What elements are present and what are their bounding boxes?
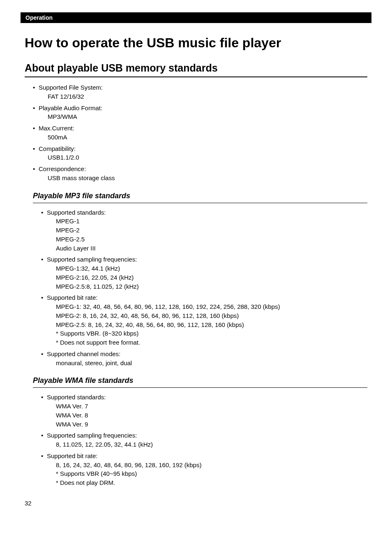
list-item-value: WMA Ver. 9 xyxy=(56,420,367,429)
list-item-label: Compatibility: xyxy=(39,144,367,153)
list-item-values: USB mass storage class xyxy=(39,174,367,183)
mp3-standards-list: Supported standards:MPEG-1MPEG-2MPEG-2.5… xyxy=(25,208,367,368)
list-item: Supported File System:FAT 12/16/32 xyxy=(33,83,367,101)
list-item-label: Max.Current: xyxy=(39,124,367,133)
list-item-label: Supported sampling frequencies: xyxy=(47,431,367,440)
list-item-value: FAT 12/16/32 xyxy=(48,92,367,101)
list-item: Compatibility:USB1.1/2.0 xyxy=(33,144,367,162)
list-item-values: 8, 11.025, 12, 22.05, 32, 44.1 (kHz) xyxy=(47,440,367,449)
list-item-values: 8, 16, 24, 32, 40, 48, 64, 80, 96, 128, … xyxy=(47,461,367,487)
list-item-value: MPEG-2:16, 22.05, 24 (kHz) xyxy=(56,273,367,282)
list-item-value: 8, 16, 24, 32, 40, 48, 64, 80, 96, 128, … xyxy=(56,461,367,470)
list-item: Supported sampling frequencies:8, 11.025… xyxy=(41,431,367,449)
list-item-values: 500mA xyxy=(39,133,367,142)
list-item-value: * Supports VBR (40~95 kbps) xyxy=(56,469,367,478)
list-item-label: Correspondence: xyxy=(39,164,367,174)
list-item: Supported standards:WMA Ver. 7WMA Ver. 8… xyxy=(41,393,367,429)
list-item-value: USB1.1/2.0 xyxy=(48,153,367,162)
list-item: Supported standards:MPEG-1MPEG-2MPEG-2.5… xyxy=(41,208,367,253)
list-item-value: MPEG-1 xyxy=(56,217,367,226)
list-item-values: USB1.1/2.0 xyxy=(39,153,367,162)
list-item-value: MPEG-2.5:8, 11.025, 12 (kHz) xyxy=(56,282,367,291)
list-item-value: * Supports VBR. (8~320 kbps) xyxy=(56,329,367,338)
mp3-heading: Playable MP3 file standards xyxy=(33,192,367,203)
page-title: How to operate the USB music file player xyxy=(25,35,367,51)
header-bar: Operation xyxy=(21,12,371,23)
wma-heading: Playable WMA file standards xyxy=(33,376,367,388)
list-item-label: Supported standards: xyxy=(47,393,367,402)
list-item-values: MPEG-1MPEG-2MPEG-2.5Audio Layer III xyxy=(47,217,367,253)
list-item: Supported bit rate:MPEG-1: 32, 40, 48, 5… xyxy=(41,293,367,347)
list-item-values: monaural, stereo, joint, dual xyxy=(47,359,367,368)
list-item-values: FAT 12/16/32 xyxy=(39,92,367,101)
list-item-values: MPEG-1: 32, 40, 48, 56, 64, 80, 96, 112,… xyxy=(47,302,367,347)
list-item-label: Supported bit rate: xyxy=(47,293,367,302)
list-item-label: Supported File System: xyxy=(39,83,367,92)
list-item-value: USB mass storage class xyxy=(48,174,367,183)
list-item-label: Supported bit rate: xyxy=(47,452,367,461)
list-item-value: 500mA xyxy=(48,133,367,142)
list-item-value: MPEG-1: 32, 40, 48, 56, 64, 80, 96, 112,… xyxy=(56,302,367,311)
list-item-value: 8, 11.025, 12, 22.05, 32, 44.1 (kHz) xyxy=(56,440,367,449)
list-item-label: Supported standards: xyxy=(47,208,367,217)
list-item: Playable Audio Format:MP3/WMA xyxy=(33,104,367,122)
list-item-value: MPEG-2.5 xyxy=(56,235,367,244)
list-item: Supported sampling frequencies:MPEG-1:32… xyxy=(41,255,367,291)
list-item-value: MPEG-2.5: 8, 16, 24, 32, 40, 48, 56, 64,… xyxy=(56,320,367,329)
list-item-label: Supported sampling frequencies: xyxy=(47,255,367,264)
list-item-value: MP3/WMA xyxy=(48,112,367,121)
list-item: Supported channel modes:monaural, stereo… xyxy=(41,350,367,368)
wma-standards-list: Supported standards:WMA Ver. 7WMA Ver. 8… xyxy=(25,393,367,487)
list-item-value: WMA Ver. 8 xyxy=(56,411,367,420)
list-item-values: MP3/WMA xyxy=(39,112,367,121)
list-item-value: MPEG-2 xyxy=(56,226,367,235)
list-item-values: WMA Ver. 7WMA Ver. 8WMA Ver. 9 xyxy=(47,402,367,429)
list-item: Correspondence:USB mass storage class xyxy=(33,164,367,183)
page-number: 32 xyxy=(25,500,367,507)
list-item-label: Supported channel modes: xyxy=(47,350,367,359)
list-item-value: Audio Layer III xyxy=(56,244,367,253)
list-item-value: WMA Ver. 7 xyxy=(56,402,367,411)
list-item-value: monaural, stereo, joint, dual xyxy=(56,359,367,368)
list-item-values: MPEG-1:32, 44.1 (kHz)MPEG-2:16, 22.05, 2… xyxy=(47,264,367,291)
usb-standards-list: Supported File System:FAT 12/16/32Playab… xyxy=(25,83,367,183)
list-item-value: MPEG-2: 8, 16, 24, 32, 40, 48, 56, 64, 8… xyxy=(56,311,367,320)
list-item: Supported bit rate:8, 16, 24, 32, 40, 48… xyxy=(41,452,367,487)
list-item: Max.Current:500mA xyxy=(33,124,367,142)
list-item-value: * Does not play DRM. xyxy=(56,478,367,487)
section-heading: About playable USB memory standards xyxy=(25,62,367,77)
list-item-value: MPEG-1:32, 44.1 (kHz) xyxy=(56,264,367,273)
list-item-label: Playable Audio Format: xyxy=(39,104,367,113)
list-item-value: * Does not support free format. xyxy=(56,338,367,347)
header-category: Operation xyxy=(25,14,53,21)
